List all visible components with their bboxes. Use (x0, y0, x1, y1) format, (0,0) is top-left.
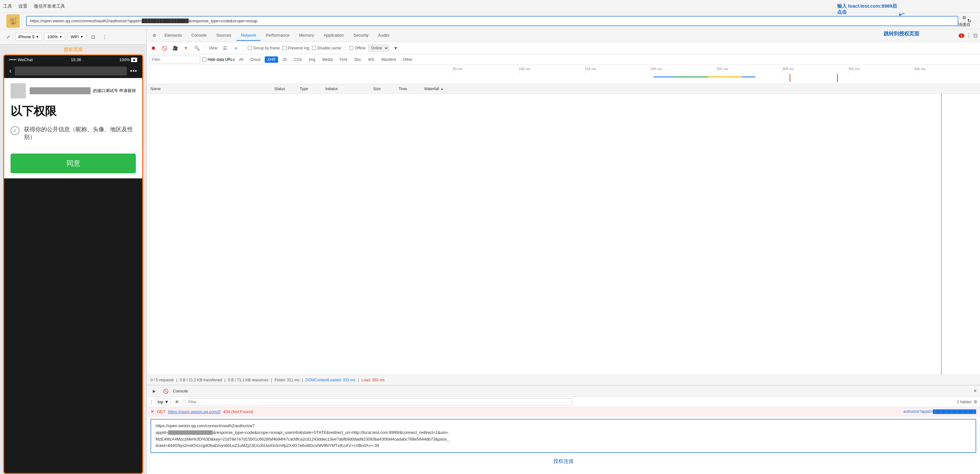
filter-tab-css[interactable]: CSS (291, 56, 305, 63)
url-input[interactable] (26, 16, 958, 26)
tab-application[interactable]: Application (319, 30, 348, 41)
clear-cache-button[interactable]: ≡ 清缓存 (958, 14, 970, 28)
rotate-button[interactable]: ⊡ (89, 32, 98, 41)
network-filter-input[interactable] (149, 56, 200, 63)
network-select[interactable]: WiFi ▼ (68, 33, 86, 41)
status-transferred: 0 B / 21.2 KB transferred (180, 378, 222, 382)
view-list-icon[interactable]: ☰ (221, 44, 229, 52)
timeline-marker-purple (837, 74, 838, 82)
console-settings-icon[interactable]: ⚙ (974, 399, 977, 404)
error-badge: 1 (959, 33, 964, 38)
tab-sources[interactable]: Sources (212, 30, 236, 41)
layers-icon: ≡ (963, 14, 966, 21)
console-play-button[interactable]: ▶ (150, 387, 158, 395)
app-info-text: 的接口测试号 申请获得 (93, 88, 136, 94)
ruler-50ms: 50 ms (453, 67, 519, 71)
preserve-log-checkbox[interactable]: Preserve log (283, 46, 309, 50)
clear-button[interactable]: 🚫 (160, 44, 169, 52)
online-dropdown-icon[interactable]: ▼ (391, 44, 400, 52)
devtools-panel-icon[interactable]: ⚙ (149, 33, 159, 38)
filter-button[interactable]: ▼ (182, 44, 190, 52)
col-waterfall[interactable]: Waterfall ▲ (424, 87, 980, 91)
tab-performance[interactable]: Performance (261, 30, 294, 41)
ruler-350ms: 350 ms (848, 67, 914, 71)
device-select[interactable]: iPhone 5 ▼ (15, 33, 42, 41)
filter-tab-xhr[interactable]: XHR (265, 56, 278, 63)
screenshot-button[interactable]: 🎥 (171, 44, 179, 52)
context-value: top (158, 399, 163, 404)
context-chevron-icon: ▼ (165, 399, 169, 404)
view-waterfall-icon[interactable]: ≡ (232, 44, 240, 52)
zoom-select[interactable]: 100% ▼ (45, 33, 65, 41)
hide-data-urls-checkbox[interactable]: Hide data URLs (202, 57, 235, 62)
col-initiator[interactable]: Initiator (325, 87, 373, 91)
network-chevron-icon: ▼ (80, 35, 83, 38)
tab-elements[interactable]: Elements (160, 30, 186, 41)
tab-network[interactable]: Network (237, 30, 261, 41)
console-filter-input[interactable] (185, 398, 572, 406)
search-button[interactable]: 🔍 (192, 44, 201, 52)
col-type[interactable]: Type (300, 87, 325, 91)
col-time[interactable]: Time (399, 87, 424, 91)
console-eye-button[interactable]: 👁 (173, 398, 181, 406)
console-header: ▶ 🚫 Console × (147, 385, 980, 397)
status-dom-content-loaded[interactable]: DOMContentLoaded: 333 ms (305, 378, 355, 382)
menu-wechat-devtools[interactable]: 微信开发者工具 (34, 3, 65, 9)
back-button[interactable]: ‹ (9, 67, 11, 75)
device-chevron-icon: ▼ (36, 35, 39, 38)
tab-console[interactable]: Console (187, 30, 211, 41)
more-options-button[interactable]: ⋮ (100, 32, 109, 41)
context-selector[interactable]: top ▼ (155, 398, 171, 405)
more-menu-icon[interactable]: ⋮ (966, 32, 971, 38)
network-filter-bar: Hide data URLs All Cloud XHR JS CSS Img … (147, 54, 980, 65)
filter-tab-js[interactable]: JS (280, 56, 290, 63)
filter-tab-media[interactable]: Media (320, 56, 335, 63)
record-button[interactable]: ⏺ (149, 44, 158, 52)
zoom-chevron-icon: ▼ (59, 35, 62, 38)
network-status-bar: 0 / 5 requests | 0 B / 21.2 KB transferr… (147, 375, 980, 385)
filter-tab-cloud[interactable]: Cloud (248, 56, 263, 63)
filter-tab-all[interactable]: All (237, 56, 246, 63)
online-select[interactable]: Online (368, 44, 389, 52)
toolbar-divider-3 (345, 45, 345, 51)
device-toggle-button[interactable]: ⤢ (4, 32, 13, 41)
nav-more-button[interactable]: ••• (130, 68, 137, 75)
mobile-panel: ⤢ iPhone 5 ▼ 100% ▼ WiFi ▼ ⊡ ⋮ 授权页面 ••• (0, 29, 147, 474)
hidden-badge: 2 hidden (957, 400, 972, 404)
console-toolbar: ⋮ top ▼ 👁 2 hidden ⚙ (147, 397, 980, 407)
tab-audits[interactable]: Audits (374, 30, 394, 41)
undock-icon[interactable]: ⊡ (973, 32, 977, 38)
battery-icon: ■ (131, 58, 137, 62)
col-size[interactable]: Size (373, 87, 399, 91)
wechat-nav-bar: ‹ ••• (4, 64, 142, 78)
status-load[interactable]: Load: 350 ms (361, 378, 385, 382)
error-icon: ✕ (151, 409, 154, 414)
menu-settings[interactable]: 设置 (19, 3, 27, 9)
time-display: 15:36 (71, 57, 81, 62)
tab-memory[interactable]: Memory (295, 30, 318, 41)
disable-cache-checkbox[interactable]: Disable cache (312, 46, 341, 50)
url-redacted-appid (168, 430, 213, 435)
col-status[interactable]: Status (274, 87, 300, 91)
col-name[interactable]: Name (147, 87, 274, 91)
tab-security[interactable]: Security (349, 30, 373, 41)
console-close-button[interactable]: × (973, 388, 977, 394)
group-by-frame-checkbox[interactable]: Group by frame (248, 46, 280, 50)
app-name-redacted (30, 87, 91, 94)
console-stop-button[interactable]: 🚫 (161, 387, 170, 395)
error-url-link[interactable]: https://open.weixin.qq.com/0 (168, 409, 221, 414)
annotation-input: 输入 loacl.test.com:8989后点击 (837, 3, 897, 15)
offline-checkbox[interactable]: Offline (349, 46, 366, 50)
filter-tab-other[interactable]: Other (400, 56, 415, 63)
app-name-row: 的接口测试号 申请获得 (30, 87, 136, 94)
menu-tools[interactable]: 工具 (3, 3, 12, 9)
timeline-ruler: 50 ms 100 ms 150 ms 200 ms 250 ms 300 ms… (147, 65, 980, 71)
console-dots-menu[interactable]: ⋮ (149, 399, 153, 404)
jump-to-auth-label: 跳转到授权页面 (884, 30, 920, 37)
filter-tab-font[interactable]: Font (337, 56, 350, 63)
filter-tab-img[interactable]: Img (306, 56, 318, 63)
filter-tab-doc[interactable]: Doc (352, 56, 364, 63)
agree-button[interactable]: 同意 (11, 154, 136, 173)
filter-tab-ws[interactable]: WS (366, 56, 377, 63)
filter-tab-manifest[interactable]: Manifest (379, 56, 398, 63)
